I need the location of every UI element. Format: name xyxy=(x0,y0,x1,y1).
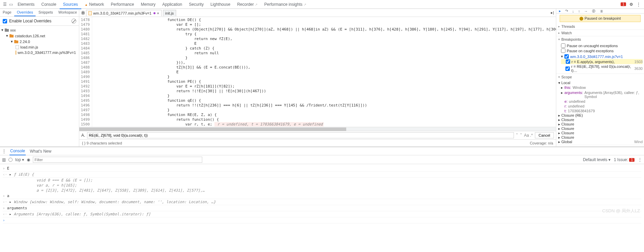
search-options[interactable]: Aa .* xyxy=(524,133,533,138)
step-over-icon[interactable]: ↷ xyxy=(565,9,568,13)
resume-icon[interactable]: ▸ xyxy=(559,9,561,13)
subtab-snippets[interactable]: Snippets xyxy=(36,9,56,16)
bp-checkbox[interactable] xyxy=(565,66,570,71)
h-scrollbar[interactable] xyxy=(79,127,556,131)
clear-overrides-icon[interactable] xyxy=(71,19,76,23)
bp-file-checkbox[interactable] xyxy=(564,54,569,59)
step-out-icon[interactable]: ↑ xyxy=(578,9,580,13)
scope-closure[interactable]: ▸ Closure xyxy=(558,122,643,127)
console-input: ›a xyxy=(3,193,641,199)
bp-caught-checkbox[interactable] xyxy=(561,49,565,53)
tab-performance-insights[interactable]: Performance insights xyxy=(261,0,310,8)
subtab-overrides[interactable]: Overrides xyxy=(14,9,36,16)
scope-closure[interactable]: ▸ Closure xyxy=(558,127,643,131)
console-output[interactable]: ‹·▸ Window {window: Window, self: Window… xyxy=(3,199,641,205)
tree-file[interactable]: load.min.js xyxy=(20,45,38,49)
watch-section[interactable]: Watch xyxy=(556,30,644,36)
threads-section[interactable]: Threads xyxy=(556,23,644,30)
console-output[interactable]: ‹·▸ Arguments [Array(636), callee: ƒ, Sy… xyxy=(3,211,641,217)
search-mode-icon[interactable]: A. xyxy=(81,133,85,138)
settings-icon[interactable]: ⚙ xyxy=(629,2,633,7)
console-input: ›arguments xyxy=(3,205,641,211)
kebab-icon[interactable]: ⋮ xyxy=(637,2,641,7)
navigator-pane: PageOverridesSnippetsWorkspace ⋮ Enable … xyxy=(0,9,79,147)
drawer-tab-whatsnew[interactable]: What's New xyxy=(29,148,52,155)
overrides-bar: Enable Local Overrides xyxy=(0,17,79,26)
tab-lighthouse[interactable]: Lighthouse xyxy=(207,0,234,8)
editor-pane: ▤ wm.3.0.0_33d41777.min.js%3Fv=1× init.j… xyxy=(79,9,556,147)
drawer-tabs: ⋮ Console What's New xyxy=(0,147,644,155)
local-overrides-label: Enable Local Overrides xyxy=(9,19,51,23)
tab-security[interactable]: Security xyxy=(186,0,207,8)
console-settings-icon[interactable]: ⋮ xyxy=(638,157,642,162)
search-prev-icon[interactable]: ˄ xyxy=(516,133,518,138)
context-selector[interactable]: top ▾ xyxy=(15,157,24,162)
file-tab[interactable]: init.js xyxy=(163,10,176,16)
console-input: ›E xyxy=(3,166,641,172)
file-tab[interactable]: wm.3.0.0_33d41777.min.js%3Fv=1× xyxy=(86,10,162,16)
eye-icon[interactable]: ◉ xyxy=(27,157,30,162)
tree-folder[interactable]: 2.24.0 xyxy=(20,40,30,44)
step-icon[interactable]: → xyxy=(584,9,588,13)
step-into-icon[interactable]: ↓ xyxy=(572,9,574,13)
tree-domain[interactable]: cstaticdun.126.net xyxy=(15,34,45,38)
tree-file[interactable]: wm.3.0.0_33d41777.min.js%3Fv=1 xyxy=(18,51,76,55)
drawer-tab-console[interactable]: Console xyxy=(9,147,26,155)
status-coverage: Coverage: n/a xyxy=(530,141,553,145)
scope-var[interactable]: ▸ this: Window xyxy=(561,85,643,90)
error-badge[interactable]: 1 xyxy=(621,2,626,6)
local-overrides-checkbox[interactable] xyxy=(3,19,7,23)
scope-var[interactable]: ▸ arguments: Arguments [Array(636), call… xyxy=(561,90,643,99)
scope-var[interactable]: t: 1703663841679 xyxy=(561,109,643,113)
kebab-icon[interactable]: ⋮ xyxy=(2,149,6,154)
callstack-section: Call Stack ➤ (anonymous)wm3.0.0_33d417…i… xyxy=(556,145,644,147)
scope-var[interactable]: e: undefined xyxy=(561,99,643,104)
more-icon[interactable]: ▸| xyxy=(551,11,554,15)
subtab-page[interactable]: Page xyxy=(0,9,14,16)
code-editor[interactable]: 1478147914801481148214831484148514861487… xyxy=(79,17,556,127)
search-input[interactable] xyxy=(87,132,514,138)
pause-exc-icon[interactable]: ⏸ xyxy=(600,9,603,13)
search-bar: A. ˄ ˅ Aa .* Cancel xyxy=(79,131,556,139)
tab-application[interactable]: Application xyxy=(159,0,186,8)
console-prompt[interactable]: › xyxy=(3,217,641,224)
console-filter-input[interactable] xyxy=(33,157,202,163)
deactivate-bp-icon[interactable]: ⦿ xyxy=(592,9,596,13)
tab-performance[interactable]: Performance xyxy=(107,0,138,8)
search-next-icon[interactable]: ˅ xyxy=(520,133,522,138)
clear-console-icon[interactable] xyxy=(8,158,13,162)
console-output[interactable]: ‹·▸ ƒ iE(E) { xyxy=(3,172,641,178)
scope-closure[interactable]: ▸ Closure xyxy=(558,135,643,140)
issues-link[interactable]: 1 Issue: 1 xyxy=(614,157,635,162)
tree-root[interactable]: xxx xyxy=(10,28,16,32)
console-sidepanel-icon[interactable]: ▥ xyxy=(2,157,6,162)
breakpoints-section: Breakpoints Pause on uncaught exceptions… xyxy=(556,36,644,74)
status-selection: { } 9 characters selected xyxy=(82,141,122,145)
scope-closure[interactable]: ▸ Closure (RE) xyxy=(558,113,643,118)
tab-console[interactable]: Console xyxy=(38,0,60,8)
bp-checkbox[interactable] xyxy=(566,59,570,64)
scope-global[interactable]: ▸ GlobalWind xyxy=(558,140,643,144)
navigator-subtabs: PageOverridesSnippetsWorkspace ⋮ xyxy=(0,9,79,17)
cancel-button[interactable]: Cancel xyxy=(535,132,554,138)
debugger-controls: ▸ ↷ ↓ ↑ → ⦿ ⏸ xyxy=(556,9,644,14)
inspect-icon[interactable]: ☰ xyxy=(2,2,7,7)
devtools-tabbar: ☰ ▭ ElementsConsoleSourcesNetworkPerform… xyxy=(0,0,644,9)
tab-elements[interactable]: Elements xyxy=(14,0,38,8)
paused-banner: ⬤ Paused on breakpoint xyxy=(560,15,641,22)
device-icon[interactable]: ▭ xyxy=(8,2,14,7)
subtab-workspace[interactable]: Workspace xyxy=(56,9,80,16)
bp-uncaught-checkbox[interactable] xyxy=(561,43,565,48)
scope-closure[interactable]: ▸ Closure xyxy=(558,131,643,135)
tab-recorder[interactable]: Recorder xyxy=(234,0,261,8)
tab-sources[interactable]: Sources xyxy=(60,0,81,9)
tab-memory[interactable]: Memory xyxy=(138,0,159,8)
scope-var[interactable]: r: undefined xyxy=(561,104,643,109)
debugger-pane: ▸ ↷ ↓ ↑ → ⦿ ⏸ ⬤ Paused on breakpoint Thr… xyxy=(556,9,644,147)
scope-closure[interactable]: ▸ Closure xyxy=(558,118,643,122)
scope-section: Scope ▾ Local▸ this: Window▸ arguments: … xyxy=(556,74,644,145)
tab-network[interactable]: Network xyxy=(81,0,107,8)
levels-dropdown[interactable]: Default levels ▾ xyxy=(583,157,610,162)
close-icon[interactable]: × xyxy=(157,11,159,15)
files-menu-icon[interactable]: ▤ xyxy=(81,11,85,15)
